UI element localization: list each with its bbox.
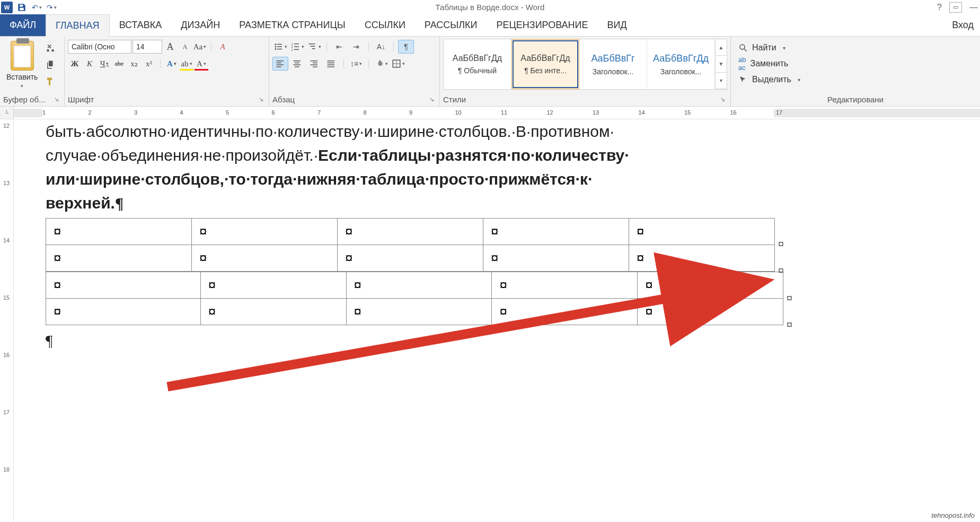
sign-in-link[interactable]: Вход <box>946 14 980 36</box>
table-cell[interactable]: ¤ <box>629 219 775 245</box>
table-cell[interactable]: ¤ <box>192 245 338 272</box>
table-row[interactable]: ¤ ¤ ¤ ¤ ¤ <box>46 299 783 325</box>
font-size-input[interactable] <box>133 40 162 54</box>
clear-format-button[interactable]: A <box>216 40 229 54</box>
format-painter-button[interactable] <box>43 75 58 89</box>
multilevel-button[interactable] <box>306 40 322 54</box>
italic-button[interactable]: К <box>83 57 96 71</box>
paste-button[interactable]: Вставить ▾ <box>3 39 41 91</box>
style-no-spacing[interactable]: АаБбВвГгДд ¶ Без инте... <box>511 39 579 89</box>
document-content[interactable]: быть·абсолютно·идентичны·по·количеству·и… <box>46 119 969 352</box>
style-heading2[interactable]: АаБбВвГгДд Заголовок... <box>647 39 715 89</box>
grow-font-button[interactable]: A <box>163 40 177 54</box>
table-cell[interactable]: ¤ <box>492 299 638 325</box>
vruler-tick: 16 <box>3 352 10 358</box>
text-line[interactable]: верхней.¶ <box>46 191 969 215</box>
table-cell[interactable]: ¤ <box>200 272 346 299</box>
table-cell[interactable]: ¤ <box>346 299 492 325</box>
numbering-button[interactable]: 123 <box>289 40 305 54</box>
bullets-button[interactable] <box>272 40 288 54</box>
horizontal-ruler[interactable]: └ 1234567891011121314151617 <box>0 107 980 119</box>
style-heading1[interactable]: АаБбВвГг Заголовок... <box>579 39 647 89</box>
text-effects-button[interactable]: A <box>165 57 179 71</box>
ruler-corner[interactable]: └ <box>0 107 14 119</box>
superscript-button[interactable]: x² <box>142 57 156 71</box>
tab-view[interactable]: ВИД <box>598 14 637 36</box>
bold-button[interactable]: Ж <box>68 57 82 71</box>
indent-decrease-button[interactable]: ⇤ <box>331 40 347 54</box>
sort-button[interactable]: A↓ <box>373 40 389 54</box>
show-marks-button[interactable]: ¶ <box>398 40 414 54</box>
styles-expand[interactable]: ▾ <box>715 73 727 89</box>
borders-button[interactable] <box>390 57 406 71</box>
table-cell[interactable]: ¤ <box>629 245 775 272</box>
table-1[interactable]: ¤ ¤ ¤ ¤ ¤ ¤ ¤ ¤ ¤ ¤ <box>46 218 775 272</box>
redo-button[interactable]: ↷ <box>46 2 57 13</box>
vertical-ruler[interactable]: 12131415161718 <box>0 119 14 522</box>
align-right-button[interactable] <box>306 57 322 71</box>
table-2[interactable]: ¤ ¤ ¤ ¤ ¤ ¤ ¤ ¤ ¤ ¤ <box>46 272 783 325</box>
table-cell[interactable]: ¤ <box>192 219 338 245</box>
align-justify-button[interactable] <box>323 57 339 71</box>
table-cell[interactable]: ¤ <box>338 219 483 245</box>
shrink-font-button[interactable]: A <box>178 40 192 54</box>
font-launcher[interactable]: ↘ <box>257 96 266 103</box>
tab-file[interactable]: ФАЙЛ <box>0 14 46 36</box>
line-spacing-button[interactable]: ↕≡ <box>348 57 364 71</box>
replace-button[interactable]: abac Заменить <box>734 56 792 72</box>
tab-home[interactable]: ГЛАВНАЯ <box>46 14 110 37</box>
table-cell[interactable]: ¤ <box>46 272 201 299</box>
help-button[interactable]: ? <box>937 3 942 12</box>
save-icon[interactable] <box>16 2 28 13</box>
subscript-button[interactable]: x₂ <box>127 57 141 71</box>
strike-button[interactable]: abc <box>112 57 126 71</box>
table-cell[interactable]: ¤ <box>338 245 483 272</box>
align-center-button[interactable] <box>289 57 305 71</box>
select-button[interactable]: Выделить▾ <box>734 72 805 88</box>
tab-references[interactable]: ССЫЛКИ <box>355 14 415 36</box>
cut-button[interactable] <box>43 41 58 55</box>
tab-page-layout[interactable]: РАЗМЕТКА СТРАНИЦЫ <box>229 14 355 36</box>
font-name-input[interactable] <box>68 40 131 54</box>
table-cell[interactable]: ¤ <box>200 299 346 325</box>
table-cell[interactable]: ¤ <box>46 245 192 272</box>
table-cell[interactable]: ¤ <box>638 272 783 299</box>
tab-review[interactable]: РЕЦЕНЗИРОВАНИЕ <box>487 14 597 36</box>
table-row[interactable]: ¤ ¤ ¤ ¤ ¤ <box>46 272 783 299</box>
text-line[interactable]: случае·объединения·не·произойдёт.·Если·т… <box>46 143 969 167</box>
text-line[interactable]: или·ширине·столбцов,·то·тогда·нижняя·таб… <box>46 167 969 191</box>
styles-launcher[interactable]: ↘ <box>718 96 727 103</box>
table-row[interactable]: ¤ ¤ ¤ ¤ ¤ <box>46 219 775 245</box>
styles-scroll-up[interactable]: ▲ <box>715 39 727 56</box>
table-cell[interactable]: ¤ <box>46 299 201 325</box>
styles-scroll-down[interactable]: ▼ <box>715 56 727 72</box>
table-cell[interactable]: ¤ <box>46 219 192 245</box>
tab-insert[interactable]: ВСТАВКА <box>110 14 172 36</box>
underline-button[interactable]: Ч <box>98 57 111 71</box>
undo-button[interactable]: ↶ <box>31 2 42 13</box>
find-button[interactable]: Найти▾ <box>734 40 790 56</box>
tab-mailings[interactable]: РАССЫЛКИ <box>415 14 487 36</box>
table-cell[interactable]: ¤ <box>346 272 492 299</box>
paragraph-launcher[interactable]: ↘ <box>427 96 436 103</box>
align-left-button[interactable] <box>272 57 288 71</box>
ribbon-display-options[interactable]: ▭ <box>949 2 962 13</box>
table-row[interactable]: ¤ ¤ ¤ ¤ ¤ <box>46 245 775 272</box>
tab-design[interactable]: ДИЗАЙН <box>171 14 229 36</box>
table-cell[interactable]: ¤ <box>483 245 629 272</box>
clipboard-launcher[interactable]: ↘ <box>52 96 61 103</box>
style-normal[interactable]: АаБбВвГгДд ¶ Обычный <box>444 39 511 89</box>
change-case-button[interactable]: Aa <box>193 40 207 54</box>
table-cell[interactable]: ¤ <box>638 299 783 325</box>
table-cell[interactable]: ¤ <box>483 219 629 245</box>
text-line[interactable]: быть·абсолютно·идентичны·по·количеству·и… <box>46 119 969 143</box>
highlight-button[interactable]: ab <box>180 57 193 71</box>
paragraph-mark[interactable]: ¶ <box>46 328 969 352</box>
page[interactable]: быть·абсолютно·идентичны·по·количеству·и… <box>14 119 980 522</box>
copy-button[interactable] <box>43 58 58 72</box>
indent-increase-button[interactable]: ⇥ <box>348 40 364 54</box>
font-color-button[interactable]: A <box>195 57 208 71</box>
shading-button[interactable] <box>373 57 389 71</box>
table-cell[interactable]: ¤ <box>492 272 638 299</box>
minimize-button[interactable]: — <box>969 3 978 12</box>
